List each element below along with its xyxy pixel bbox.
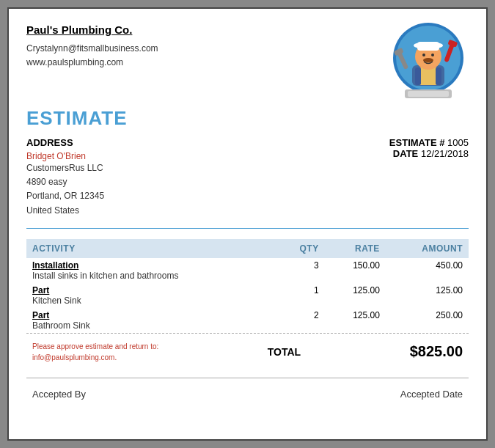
table-header: ACTIVITY QTY RATE AMOUNT	[26, 239, 469, 258]
total-section: Please approve estimate and return to: i…	[26, 333, 469, 370]
col-qty: QTY	[276, 239, 325, 258]
total-label: TOTAL	[179, 346, 389, 358]
logo-container	[388, 23, 469, 97]
col-rate: RATE	[325, 239, 386, 258]
row2-name: Part	[32, 285, 49, 295]
client-company: CustomersRus LLC	[26, 161, 270, 175]
estimate-date-value: 12/21/2018	[421, 148, 469, 159]
total-note: Please approve estimate and return to: i…	[32, 341, 179, 363]
svg-point-9	[422, 54, 425, 56]
row3-rate: 125.00	[325, 308, 386, 333]
total-amount: $825.00	[389, 343, 463, 360]
estimate-number-line: ESTIMATE # 1005	[270, 137, 469, 148]
svg-rect-17	[408, 91, 449, 97]
row1-qty: 3	[276, 258, 325, 283]
svg-rect-4	[415, 67, 421, 85]
row1-amount: 450.00	[386, 258, 469, 283]
row1-activity: Installation Install sinks in kitchen an…	[26, 258, 276, 283]
col-amount: AMOUNT	[386, 239, 469, 258]
total-note-line2: info@paulsplumbing.com.	[32, 353, 117, 361]
row2-desc: Kitchen Sink	[32, 295, 81, 306]
estimate-number-label: ESTIMATE #	[389, 137, 445, 148]
row2-rate: 125.00	[325, 283, 386, 308]
company-website: www.paulsplumbing.com	[26, 56, 158, 70]
client-city-state-zip: Portland, OR 12345	[26, 189, 270, 203]
estimate-title: ESTIMATE	[26, 107, 469, 130]
header: Paul's Plumbing Co. Crystalynn@fitsmallb…	[26, 23, 469, 97]
company-info: Paul's Plumbing Co. Crystalynn@fitsmallb…	[26, 23, 158, 70]
items-table: ACTIVITY QTY RATE AMOUNT Installation In…	[26, 239, 469, 333]
company-email: Crystalynn@fitsmallbusiness.com	[26, 42, 158, 56]
row2-amount: 125.00	[386, 283, 469, 308]
col-activity: ACTIVITY	[26, 239, 276, 258]
table-row: Part Bathroom Sink 2 125.00 250.00	[26, 308, 469, 333]
company-name: Paul's Plumbing Co.	[26, 23, 158, 36]
row1-name: Installation	[32, 260, 78, 271]
total-note-line1: Please approve estimate and return to:	[32, 342, 158, 350]
estimate-number-value: 1005	[447, 137, 469, 148]
client-country: United States	[26, 204, 270, 218]
row3-amount: 250.00	[386, 308, 469, 333]
footer-acceptance: Accepted By Accepted Date	[26, 378, 469, 403]
row3-desc: Bathroom Sink	[32, 320, 90, 331]
row2-qty: 1	[276, 283, 325, 308]
address-label: ADDRESS	[26, 137, 270, 148]
row1-rate: 150.00	[325, 258, 386, 283]
row3-name: Part	[32, 310, 49, 320]
company-logo	[392, 20, 465, 100]
address-block: ADDRESS Bridget O'Brien CustomersRus LLC…	[26, 137, 270, 218]
address-section: ADDRESS Bridget O'Brien CustomersRus LLC…	[26, 137, 469, 218]
accepted-by-label: Accepted By	[32, 389, 86, 400]
client-name: Bridget O'Brien	[26, 151, 270, 161]
table-body: Installation Install sinks in kitchen an…	[26, 258, 469, 333]
row1-desc: Install sinks in kitchen and bathrooms	[32, 271, 178, 281]
estimate-date-label: DATE	[393, 148, 418, 159]
row3-qty: 2	[276, 308, 325, 333]
row2-activity: Part Kitchen Sink	[26, 283, 276, 308]
svg-point-10	[431, 54, 434, 56]
table-row: Part Kitchen Sink 1 125.00 125.00	[26, 283, 469, 308]
row3-activity: Part Bathroom Sink	[26, 308, 276, 333]
table-row: Installation Install sinks in kitchen an…	[26, 258, 469, 283]
svg-rect-5	[436, 67, 441, 85]
client-street: 4890 easy	[26, 175, 270, 189]
accepted-date-label: Accepted Date	[400, 389, 463, 400]
estimate-date-line: DATE 12/21/2018	[270, 148, 469, 159]
svg-rect-8	[417, 42, 439, 51]
estimate-meta-block: ESTIMATE # 1005 DATE 12/21/2018	[270, 137, 469, 218]
section-divider	[26, 228, 469, 229]
invoice-page: Paul's Plumbing Co. Crystalynn@fitsmallb…	[7, 7, 488, 441]
